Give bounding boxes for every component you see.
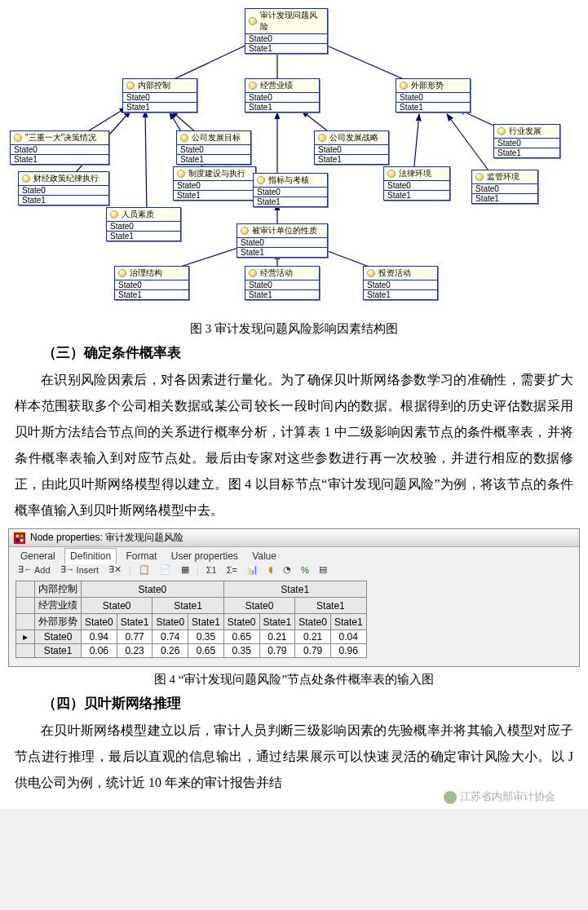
property-toolbar: ∃←Add ∃→Insert ∃✕ | 📋 📄 ▦ | Σ1 Σ= 📊 ◖ ◔ … (9, 562, 579, 577)
col-perf: 经营业绩 (35, 598, 82, 614)
node-internal-control: 内部控制 State0 State1 (122, 78, 197, 113)
ellipse-icon[interactable]: ◖ (266, 563, 276, 576)
delete-button[interactable]: ∃✕ (106, 563, 124, 576)
node-falv: 法律环境 State0 State1 (383, 166, 450, 201)
watermark: 江苏省内部审计协会 (444, 789, 555, 804)
node-external-situation: 外部形势 State0 State1 (396, 78, 471, 113)
node-caijing: 财经政策纪律执行 State0 State1 (18, 171, 109, 205)
grid-icon[interactable]: ▤ (316, 563, 329, 576)
figure3-caption: 图 3 审计发现问题风险影响因素结构图 (0, 321, 588, 337)
node-xingzhi: 被审计单位的性质 State0 State1 (237, 223, 328, 258)
node-zhidu: 制度建设与执行 State0 State1 (173, 166, 256, 201)
tab-format[interactable]: Format (121, 549, 161, 563)
section3-heading: （三）确定条件概率表 (42, 343, 588, 362)
node-root: 审计发现问题风险 State0 State1 (245, 8, 328, 54)
window-titlebar: Node properties: 审计发现问题风险 (9, 529, 579, 547)
insert-button[interactable]: ∃→Insert (58, 563, 102, 576)
svg-rect-20 (16, 538, 20, 541)
figure4-caption: 图 4 “审计发现问题风险”节点处条件概率表的输入图 (0, 672, 588, 687)
node-sanzhongyida: "三重一大"决策情况 State0 State1 (10, 130, 109, 165)
svg-rect-18 (16, 534, 20, 537)
node-properties-window: Node properties: 审计发现问题风险 General Defini… (8, 528, 580, 667)
chart-icon[interactable]: 📊 (245, 563, 261, 576)
add-button[interactable]: ∃←Add (15, 563, 53, 576)
bayesian-network-diagram: 审计发现问题风险 State0 State1 内部控制 State0 State… (0, 0, 588, 318)
col-external: 外部形势 (35, 614, 82, 630)
node-jingying: 经营活动 State0 State1 (245, 266, 320, 300)
row-marker-icon: ▸ (16, 630, 35, 644)
node-operating-performance: 经营业绩 State0 State1 (245, 78, 320, 113)
window-title: Node properties: 审计发现问题风险 (30, 531, 183, 545)
paragraph-2: 在贝叶斯网络模型建立以后，审计人员判断三级影响因素的先验概率并将其输入模型对应子… (15, 718, 573, 796)
node-zhili: 治理结构 State0 State1 (114, 266, 189, 300)
property-tabs: General Definition Format User propertie… (9, 547, 579, 562)
table-row: ▸ State0 0.94 0.77 0.74 0.35 0.65 0.21 0… (16, 630, 367, 644)
tab-general[interactable]: General (15, 549, 60, 563)
watermark-logo-icon (444, 791, 457, 804)
pie-icon[interactable]: ◔ (281, 563, 294, 576)
tab-user-properties[interactable]: User properties (166, 549, 243, 563)
paste-icon[interactable]: 📄 (157, 563, 174, 576)
tab-value[interactable]: Value (247, 549, 281, 563)
node-title: 审计发现问题风险 (260, 10, 324, 33)
node-jianguan: 监管环境 State0 State1 (471, 170, 538, 204)
svg-rect-17 (14, 532, 25, 544)
app-icon (14, 532, 25, 544)
svg-line-5 (145, 111, 147, 214)
paragraph-1: 在识别风险因素后，对各因素进行量化。为了确保贝叶斯网络参数学习的准确性，需要扩大… (0, 367, 588, 523)
section4-heading: （四）贝叶斯网络推理 (42, 694, 588, 713)
node-fazhanmubiao: 公司发展目标 State0 State1 (176, 130, 251, 165)
svg-rect-19 (20, 534, 24, 537)
svg-rect-21 (20, 538, 24, 541)
col-internal: 内部控制 (35, 581, 82, 598)
node-touzi: 投资活动 State0 State1 (363, 266, 438, 300)
node-fazhanzhanlue: 公司发展战略 State0 State1 (314, 130, 389, 165)
select-all-icon[interactable]: ▦ (179, 563, 192, 576)
node-hangye: 行业发展 State0 State1 (493, 124, 560, 158)
node-renyuan: 人员素质 State0 State1 (106, 207, 181, 241)
table-row: State1 0.06 0.23 0.26 0.65 0.35 0.79 0.7… (16, 644, 367, 658)
cpt-table: 内部控制 State0 State1 经营业绩 State0 State1 St… (15, 581, 367, 658)
sigma-equal-icon[interactable]: Σ= (224, 564, 240, 576)
copy-icon[interactable]: 📋 (136, 563, 153, 576)
percent-icon[interactable]: % (298, 564, 312, 576)
tab-definition[interactable]: Definition (64, 548, 117, 564)
sigma-icon[interactable]: Σ1 (204, 564, 219, 576)
node-zhibiao: 指标与考核 State0 State1 (253, 173, 328, 207)
